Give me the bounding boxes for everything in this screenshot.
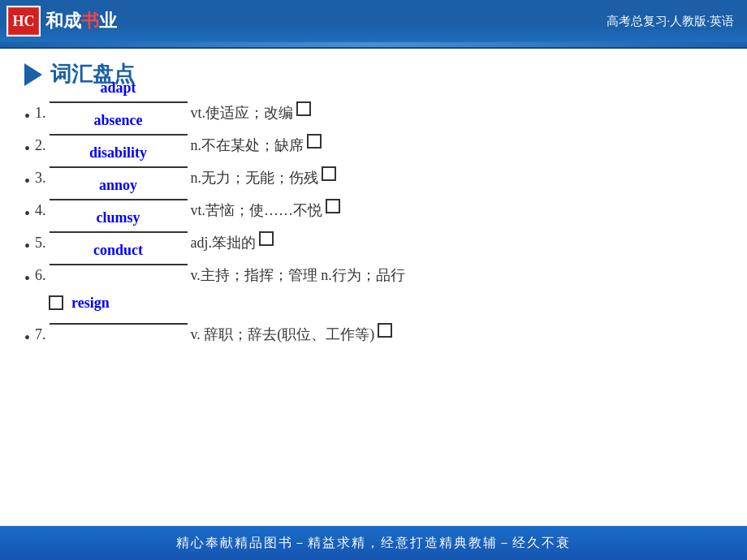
item-number: 7. bbox=[35, 323, 46, 347]
answer-word-3: disability bbox=[89, 141, 147, 165]
item-number: 1. bbox=[35, 101, 46, 125]
checkbox-7[interactable] bbox=[378, 323, 392, 338]
definition-7: v. 辞职；辞去(职位、工作等) bbox=[191, 323, 375, 347]
definition-6: v.主持；指挥；管理 n.行为；品行 bbox=[191, 264, 405, 287]
item-number: 5. bbox=[35, 231, 46, 255]
answer-word-5: clumsy bbox=[97, 206, 140, 230]
checkbox-2[interactable] bbox=[307, 134, 322, 149]
footer-text: 精心奉献精品图书－精益求精，经意打造精典教辅－经久不衰 bbox=[176, 535, 571, 552]
logo-text: 和成书业 bbox=[45, 9, 117, 33]
checkbox-5[interactable] bbox=[259, 231, 274, 246]
blank-line-3: disability bbox=[50, 166, 188, 168]
main-content: 词汇盘点 • 1. adapt vt.使适应；改编 • 2. absence n… bbox=[0, 49, 747, 526]
blank-line-6: conduct bbox=[50, 264, 188, 265]
vocab-list: • 1. adapt vt.使适应；改编 • 2. absence n.不在某处… bbox=[24, 101, 723, 351]
svg-text:HC: HC bbox=[13, 13, 35, 29]
blank-line-7 bbox=[50, 323, 188, 325]
answer-word-resign: resign bbox=[71, 291, 110, 315]
blank-line-4: annoy bbox=[50, 199, 188, 200]
footer: 精心奉献精品图书－精益求精，经意打造精典教辅－经久不衰 bbox=[0, 526, 747, 560]
header: HC 和成书业 高考总复习·人教版·英语 bbox=[0, 0, 747, 42]
blank-line-1: adapt bbox=[50, 101, 188, 103]
bullet: • bbox=[24, 233, 30, 259]
answer-word-2: absence bbox=[94, 109, 143, 132]
bullet: • bbox=[24, 103, 30, 129]
definition-1: vt.使适应；改编 bbox=[191, 101, 294, 125]
checkbox-6-extra[interactable] bbox=[49, 295, 63, 310]
answer-word-6: conduct bbox=[93, 239, 143, 262]
bullet: • bbox=[24, 136, 30, 162]
play-icon bbox=[24, 63, 42, 86]
bullet: • bbox=[24, 325, 30, 351]
bullet: • bbox=[24, 200, 30, 226]
bullet: • bbox=[24, 265, 30, 291]
vocab-item: • 7. v. 辞职；辞去(职位、工作等) bbox=[24, 323, 723, 351]
item-number: 3. bbox=[35, 166, 46, 190]
answer-word-1: adapt bbox=[101, 76, 136, 100]
logo-area: HC 和成书业 bbox=[0, 6, 117, 37]
item-number: 2. bbox=[35, 134, 46, 157]
definition-2: n.不在某处；缺席 bbox=[191, 134, 304, 157]
vocab-item-6: • 6. conduct v.主持；指挥；管理 n.行为；品行 resign bbox=[24, 264, 723, 318]
definition-4: vt.苦恼；使……不悦 bbox=[191, 199, 323, 222]
checkbox-1[interactable] bbox=[296, 101, 311, 116]
item-number-6: 6. bbox=[35, 264, 46, 287]
blank-line-5: clumsy bbox=[50, 231, 188, 233]
header-subtitle: 高考总复习·人教版·英语 bbox=[607, 14, 735, 29]
checkbox-4[interactable] bbox=[326, 199, 340, 213]
item-number: 4. bbox=[35, 199, 46, 222]
answer-word-4: annoy bbox=[99, 174, 137, 197]
item-6-line2: resign bbox=[49, 291, 723, 315]
blank-line-2: absence bbox=[50, 134, 188, 136]
definition-5: adj.笨拙的 bbox=[191, 231, 257, 255]
definition-3: n.无力；无能；伤残 bbox=[191, 166, 319, 190]
logo-box: HC bbox=[6, 6, 41, 37]
bullet: • bbox=[24, 168, 30, 194]
header-stripe bbox=[0, 42, 747, 49]
checkbox-3[interactable] bbox=[322, 166, 336, 181]
